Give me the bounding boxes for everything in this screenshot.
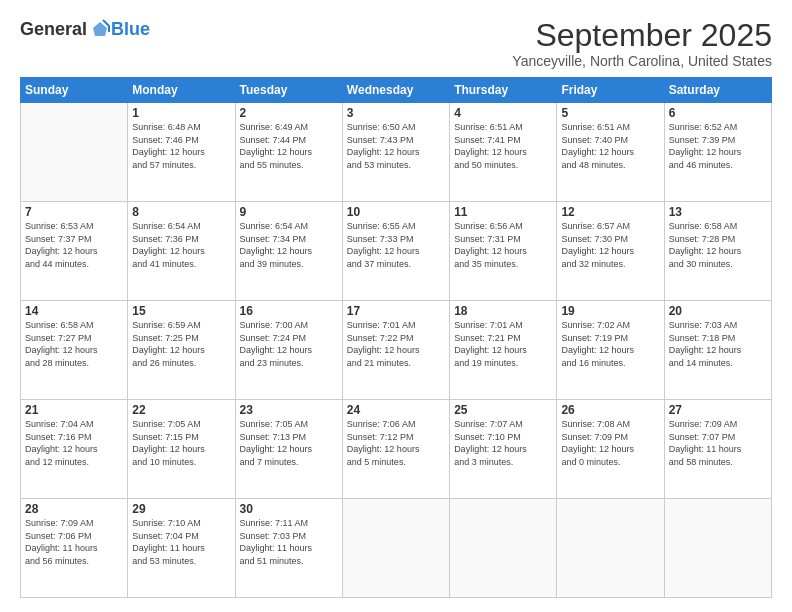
table-cell: 10Sunrise: 6:55 AMSunset: 7:33 PMDayligh… <box>342 202 449 301</box>
title-area: September 2025 Yanceyville, North Caroli… <box>512 18 772 69</box>
table-cell: 20Sunrise: 7:03 AMSunset: 7:18 PMDayligh… <box>664 301 771 400</box>
day-number: 26 <box>561 403 659 417</box>
day-number: 10 <box>347 205 445 219</box>
week-row-3: 14Sunrise: 6:58 AMSunset: 7:27 PMDayligh… <box>21 301 772 400</box>
week-row-1: 1Sunrise: 6:48 AMSunset: 7:46 PMDaylight… <box>21 103 772 202</box>
day-info: Sunrise: 7:05 AMSunset: 7:15 PMDaylight:… <box>132 418 230 468</box>
table-cell: 11Sunrise: 6:56 AMSunset: 7:31 PMDayligh… <box>450 202 557 301</box>
day-info: Sunrise: 6:48 AMSunset: 7:46 PMDaylight:… <box>132 121 230 171</box>
table-cell: 3Sunrise: 6:50 AMSunset: 7:43 PMDaylight… <box>342 103 449 202</box>
day-number: 28 <box>25 502 123 516</box>
day-info: Sunrise: 7:02 AMSunset: 7:19 PMDaylight:… <box>561 319 659 369</box>
day-info: Sunrise: 7:03 AMSunset: 7:18 PMDaylight:… <box>669 319 767 369</box>
table-cell: 12Sunrise: 6:57 AMSunset: 7:30 PMDayligh… <box>557 202 664 301</box>
table-cell: 9Sunrise: 6:54 AMSunset: 7:34 PMDaylight… <box>235 202 342 301</box>
day-info: Sunrise: 7:01 AMSunset: 7:22 PMDaylight:… <box>347 319 445 369</box>
col-monday: Monday <box>128 78 235 103</box>
day-info: Sunrise: 7:10 AMSunset: 7:04 PMDaylight:… <box>132 517 230 567</box>
col-sunday: Sunday <box>21 78 128 103</box>
table-cell: 16Sunrise: 7:00 AMSunset: 7:24 PMDayligh… <box>235 301 342 400</box>
table-cell: 26Sunrise: 7:08 AMSunset: 7:09 PMDayligh… <box>557 400 664 499</box>
day-info: Sunrise: 6:53 AMSunset: 7:37 PMDaylight:… <box>25 220 123 270</box>
table-cell <box>342 499 449 598</box>
header: General Blue September 2025 Yanceyville,… <box>20 18 772 69</box>
day-number: 19 <box>561 304 659 318</box>
col-saturday: Saturday <box>664 78 771 103</box>
table-cell: 29Sunrise: 7:10 AMSunset: 7:04 PMDayligh… <box>128 499 235 598</box>
table-cell <box>664 499 771 598</box>
day-number: 1 <box>132 106 230 120</box>
table-cell: 28Sunrise: 7:09 AMSunset: 7:06 PMDayligh… <box>21 499 128 598</box>
table-cell: 13Sunrise: 6:58 AMSunset: 7:28 PMDayligh… <box>664 202 771 301</box>
day-info: Sunrise: 6:55 AMSunset: 7:33 PMDaylight:… <box>347 220 445 270</box>
logo-general-text: General <box>20 19 87 40</box>
day-info: Sunrise: 7:01 AMSunset: 7:21 PMDaylight:… <box>454 319 552 369</box>
day-number: 5 <box>561 106 659 120</box>
table-cell: 6Sunrise: 6:52 AMSunset: 7:39 PMDaylight… <box>664 103 771 202</box>
page: General Blue September 2025 Yanceyville,… <box>0 0 792 612</box>
day-info: Sunrise: 7:07 AMSunset: 7:10 PMDaylight:… <box>454 418 552 468</box>
day-number: 16 <box>240 304 338 318</box>
day-info: Sunrise: 6:52 AMSunset: 7:39 PMDaylight:… <box>669 121 767 171</box>
day-info: Sunrise: 7:08 AMSunset: 7:09 PMDaylight:… <box>561 418 659 468</box>
day-number: 14 <box>25 304 123 318</box>
table-cell: 25Sunrise: 7:07 AMSunset: 7:10 PMDayligh… <box>450 400 557 499</box>
table-cell: 17Sunrise: 7:01 AMSunset: 7:22 PMDayligh… <box>342 301 449 400</box>
day-number: 18 <box>454 304 552 318</box>
week-row-2: 7Sunrise: 6:53 AMSunset: 7:37 PMDaylight… <box>21 202 772 301</box>
day-info: Sunrise: 6:56 AMSunset: 7:31 PMDaylight:… <box>454 220 552 270</box>
col-tuesday: Tuesday <box>235 78 342 103</box>
calendar-header-row: Sunday Monday Tuesday Wednesday Thursday… <box>21 78 772 103</box>
day-number: 4 <box>454 106 552 120</box>
table-cell: 21Sunrise: 7:04 AMSunset: 7:16 PMDayligh… <box>21 400 128 499</box>
day-number: 20 <box>669 304 767 318</box>
day-number: 27 <box>669 403 767 417</box>
table-cell: 18Sunrise: 7:01 AMSunset: 7:21 PMDayligh… <box>450 301 557 400</box>
day-number: 2 <box>240 106 338 120</box>
day-number: 29 <box>132 502 230 516</box>
day-number: 15 <box>132 304 230 318</box>
day-info: Sunrise: 6:57 AMSunset: 7:30 PMDaylight:… <box>561 220 659 270</box>
table-cell: 15Sunrise: 6:59 AMSunset: 7:25 PMDayligh… <box>128 301 235 400</box>
day-number: 6 <box>669 106 767 120</box>
table-cell: 19Sunrise: 7:02 AMSunset: 7:19 PMDayligh… <box>557 301 664 400</box>
day-info: Sunrise: 7:11 AMSunset: 7:03 PMDaylight:… <box>240 517 338 567</box>
day-number: 17 <box>347 304 445 318</box>
day-info: Sunrise: 6:51 AMSunset: 7:40 PMDaylight:… <box>561 121 659 171</box>
month-title: September 2025 <box>512 18 772 53</box>
day-number: 30 <box>240 502 338 516</box>
table-cell: 5Sunrise: 6:51 AMSunset: 7:40 PMDaylight… <box>557 103 664 202</box>
day-info: Sunrise: 7:06 AMSunset: 7:12 PMDaylight:… <box>347 418 445 468</box>
logo-blue-text: Blue <box>111 19 150 40</box>
table-cell: 1Sunrise: 6:48 AMSunset: 7:46 PMDaylight… <box>128 103 235 202</box>
day-info: Sunrise: 6:49 AMSunset: 7:44 PMDaylight:… <box>240 121 338 171</box>
logo-icon <box>89 18 111 40</box>
day-info: Sunrise: 7:09 AMSunset: 7:06 PMDaylight:… <box>25 517 123 567</box>
col-thursday: Thursday <box>450 78 557 103</box>
day-number: 7 <box>25 205 123 219</box>
table-cell <box>557 499 664 598</box>
table-cell: 2Sunrise: 6:49 AMSunset: 7:44 PMDaylight… <box>235 103 342 202</box>
day-info: Sunrise: 7:04 AMSunset: 7:16 PMDaylight:… <box>25 418 123 468</box>
day-info: Sunrise: 6:58 AMSunset: 7:28 PMDaylight:… <box>669 220 767 270</box>
day-number: 8 <box>132 205 230 219</box>
logo: General Blue <box>20 18 150 40</box>
day-number: 22 <box>132 403 230 417</box>
table-cell: 22Sunrise: 7:05 AMSunset: 7:15 PMDayligh… <box>128 400 235 499</box>
day-info: Sunrise: 7:00 AMSunset: 7:24 PMDaylight:… <box>240 319 338 369</box>
table-cell <box>450 499 557 598</box>
week-row-5: 28Sunrise: 7:09 AMSunset: 7:06 PMDayligh… <box>21 499 772 598</box>
table-cell <box>21 103 128 202</box>
col-wednesday: Wednesday <box>342 78 449 103</box>
col-friday: Friday <box>557 78 664 103</box>
day-info: Sunrise: 6:54 AMSunset: 7:36 PMDaylight:… <box>132 220 230 270</box>
table-cell: 24Sunrise: 7:06 AMSunset: 7:12 PMDayligh… <box>342 400 449 499</box>
day-info: Sunrise: 6:54 AMSunset: 7:34 PMDaylight:… <box>240 220 338 270</box>
table-cell: 27Sunrise: 7:09 AMSunset: 7:07 PMDayligh… <box>664 400 771 499</box>
table-cell: 30Sunrise: 7:11 AMSunset: 7:03 PMDayligh… <box>235 499 342 598</box>
day-info: Sunrise: 6:50 AMSunset: 7:43 PMDaylight:… <box>347 121 445 171</box>
day-number: 23 <box>240 403 338 417</box>
day-number: 13 <box>669 205 767 219</box>
week-row-4: 21Sunrise: 7:04 AMSunset: 7:16 PMDayligh… <box>21 400 772 499</box>
day-info: Sunrise: 6:51 AMSunset: 7:41 PMDaylight:… <box>454 121 552 171</box>
